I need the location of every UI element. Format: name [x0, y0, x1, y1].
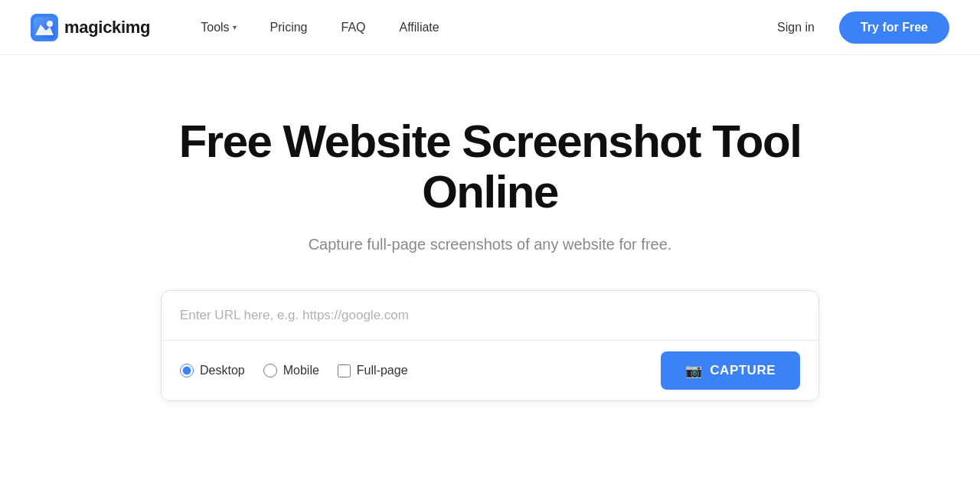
hero-title: Free Website Screenshot Tool Online	[145, 116, 835, 217]
chevron-down-icon: ▾	[233, 23, 237, 31]
nav-pricing[interactable]: Pricing	[256, 15, 322, 41]
mobile-radio[interactable]	[263, 364, 277, 377]
main-content: Free Website Screenshot Tool Online Capt…	[0, 55, 980, 447]
sign-in-button[interactable]: Sign in	[765, 15, 827, 41]
nav-faq[interactable]: FAQ	[328, 15, 380, 41]
desktop-option[interactable]: Desktop	[180, 364, 245, 377]
capture-button[interactable]: 📷 CAPTURE	[661, 351, 800, 390]
site-header: magickimg Tools ▾ Pricing FAQ Affiliate …	[0, 0, 980, 55]
header-actions: Sign in Try for Free	[765, 11, 949, 44]
hero-subtitle: Capture full-page screenshots of any web…	[309, 236, 672, 253]
desktop-radio[interactable]	[180, 364, 194, 377]
url-input-row	[162, 291, 818, 341]
logo-icon	[31, 14, 58, 41]
options-row: Desktop Mobile Full-page 📷 CAPTURE	[162, 341, 818, 400]
view-options: Desktop Mobile Full-page	[180, 364, 408, 377]
fullpage-checkbox[interactable]	[338, 364, 351, 377]
mobile-option[interactable]: Mobile	[263, 364, 319, 377]
try-free-button[interactable]: Try for Free	[839, 11, 949, 44]
url-box: Desktop Mobile Full-page 📷 CAPTURE	[161, 290, 819, 401]
fullpage-option[interactable]: Full-page	[338, 364, 408, 377]
nav-affiliate[interactable]: Affiliate	[386, 15, 453, 41]
svg-point-3	[47, 21, 53, 27]
logo-text: magickimg	[64, 18, 150, 38]
logo[interactable]: magickimg	[31, 14, 150, 41]
camera-icon: 📷	[685, 362, 703, 379]
nav-tools[interactable]: Tools ▾	[187, 15, 250, 41]
url-input[interactable]	[180, 291, 800, 340]
main-nav: Tools ▾ Pricing FAQ Affiliate	[187, 15, 765, 41]
